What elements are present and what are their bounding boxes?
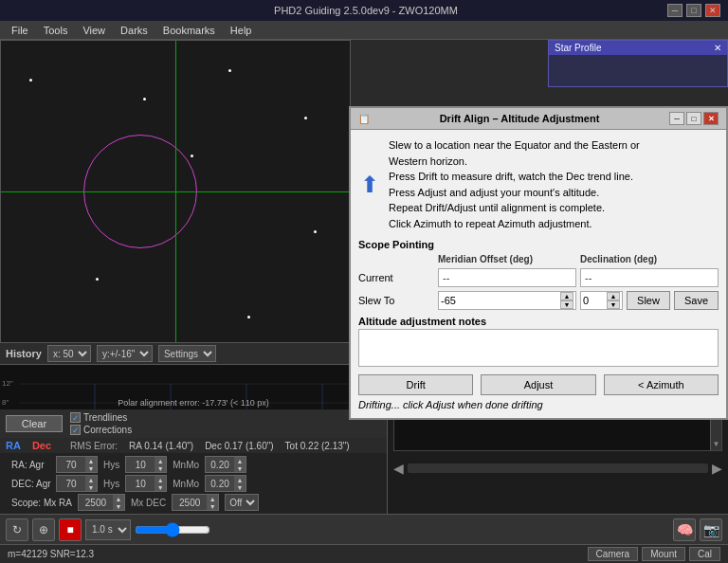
- mx-ra-up[interactable]: ▲: [113, 495, 124, 502]
- ra-agr-spinbox[interactable]: ▲ ▼: [56, 456, 98, 473]
- close-button[interactable]: ✕: [705, 4, 720, 17]
- ra-hys-down[interactable]: ▼: [155, 464, 166, 472]
- dec-mnmo-input[interactable]: [206, 476, 234, 491]
- star-profile-title-text: Star Profile: [555, 43, 601, 53]
- dec-hys-spinbox[interactable]: ▲ ▼: [125, 475, 167, 492]
- slew-dec-spinbtns: ▲ ▼: [607, 292, 620, 309]
- ra-agr-input[interactable]: [57, 457, 85, 472]
- azimuth-button[interactable]: < Azimuth: [604, 374, 719, 395]
- slew-dec-input[interactable]: [581, 292, 607, 309]
- dec-hys-input[interactable]: [126, 476, 155, 491]
- slew-meridian-input[interactable]: [439, 292, 560, 309]
- cal-status-button[interactable]: Cal: [689, 547, 720, 561]
- mx-dec-down[interactable]: ▼: [207, 502, 218, 510]
- camera-status-button[interactable]: Camera: [588, 547, 639, 561]
- arrow-icon: ⬆: [358, 137, 381, 231]
- speed-select[interactable]: 1.0 s: [85, 519, 131, 540]
- drift-align-minimize[interactable]: ─: [669, 112, 684, 125]
- slew-button[interactable]: Slew: [627, 291, 670, 310]
- slew-meridian-down[interactable]: ▼: [560, 300, 573, 309]
- maximize-button[interactable]: □: [686, 4, 701, 17]
- x-axis-select[interactable]: x: 50: [47, 345, 91, 362]
- mx-ra-down[interactable]: ▼: [113, 502, 124, 510]
- ra-agr-down[interactable]: ▼: [85, 464, 97, 472]
- drift-align-maximize[interactable]: □: [686, 112, 701, 125]
- dec-hys-up[interactable]: ▲: [155, 476, 166, 483]
- corrections-checkbox[interactable]: ✓: [70, 425, 81, 435]
- settings-select[interactable]: Settings: [158, 345, 216, 362]
- main-area: Star Profile ✕ 📋 Drift Align – Altitude …: [0, 40, 728, 563]
- dec-agr-up[interactable]: ▲: [85, 476, 97, 483]
- current-meridian-input[interactable]: [438, 268, 576, 287]
- mx-dec-up[interactable]: ▲: [207, 495, 218, 502]
- menu-view[interactable]: View: [75, 23, 113, 38]
- scroll-down-arrow[interactable]: ▼: [713, 440, 720, 448]
- minimize-button[interactable]: ─: [667, 4, 682, 17]
- mx-dec-spinbox[interactable]: ▲ ▼: [172, 494, 219, 511]
- camera-view: [0, 40, 351, 343]
- menu-bar: File Tools View Darks Bookmarks Help: [0, 21, 728, 40]
- dec-hys-down[interactable]: ▼: [155, 483, 166, 491]
- current-declination-input[interactable]: [580, 268, 719, 287]
- trendlines-checkbox[interactable]: ✓: [70, 412, 81, 423]
- corrections-checkbox-row: ✓ Corrections: [70, 425, 132, 435]
- dec-mnmo-spinbox[interactable]: ▲ ▼: [205, 475, 246, 492]
- menu-bookmarks[interactable]: Bookmarks: [155, 23, 223, 38]
- ra-hys-input[interactable]: [126, 457, 155, 472]
- dec-mnmo-down[interactable]: ▼: [234, 483, 246, 491]
- save-button[interactable]: Save: [674, 291, 719, 310]
- menu-darks[interactable]: Darks: [113, 23, 155, 38]
- mx-ra-spinbox[interactable]: ▲ ▼: [78, 494, 125, 511]
- guide-button[interactable]: ⊕: [32, 518, 55, 541]
- adjust-button[interactable]: Adjust: [481, 374, 595, 395]
- mount-status-button[interactable]: Mount: [642, 547, 685, 561]
- ra-label: RA: [6, 440, 21, 451]
- clear-button[interactable]: Clear: [6, 415, 63, 432]
- slew-meridian-up[interactable]: ▲: [560, 292, 573, 300]
- scroll-left-arrow[interactable]: ◀: [393, 461, 404, 476]
- off-select[interactable]: Off: [225, 494, 259, 511]
- loop-button[interactable]: ↻: [6, 518, 28, 541]
- slew-dec-spinbox[interactable]: ▲ ▼: [580, 291, 623, 310]
- exposure-slider[interactable]: [135, 522, 210, 537]
- dec-agr-spinbox[interactable]: ▲ ▼: [56, 475, 98, 492]
- stop-button[interactable]: ■: [59, 518, 82, 541]
- mx-dec-input[interactable]: [173, 495, 207, 510]
- slew-meridian-spinbox[interactable]: ▲ ▼: [438, 291, 576, 310]
- window-title: PHD2 Guiding 2.5.0dev9 - ZWO120MM: [64, 5, 667, 16]
- brain-button[interactable]: 🧠: [673, 518, 696, 541]
- altitude-notes-input[interactable]: [358, 329, 719, 367]
- ra-dec-row: RA Dec RMS Error: RA 0.14 (1.40") Dec 0.…: [0, 438, 387, 453]
- mx-ra-input[interactable]: [79, 495, 113, 510]
- scroll-right-arrow[interactable]: ▶: [712, 461, 722, 476]
- ra-hys-spinbox[interactable]: ▲ ▼: [125, 456, 167, 473]
- slew-dec-up[interactable]: ▲: [607, 292, 620, 300]
- star-profile-close[interactable]: ✕: [714, 43, 721, 53]
- ra-agr-up[interactable]: ▲: [85, 457, 97, 464]
- rms-title: RMS Error:: [70, 441, 118, 451]
- ra-hys-up[interactable]: ▲: [155, 457, 166, 464]
- ra-mnmo-spinbox[interactable]: ▲ ▼: [205, 456, 246, 473]
- dec-mnmo-up[interactable]: ▲: [234, 476, 246, 483]
- camera-settings-button[interactable]: 📷: [700, 518, 722, 541]
- dec-guide-row: DEC: Agr ▲ ▼ Hys ▲ ▼: [6, 474, 381, 493]
- y-axis-select[interactable]: y:+/-16": [97, 345, 153, 362]
- menu-help[interactable]: Help: [223, 23, 260, 38]
- scope-pointing-title: Scope Pointing: [358, 239, 719, 250]
- ra-mnmo-input[interactable]: [206, 457, 234, 472]
- drift-button[interactable]: Drift: [358, 374, 473, 395]
- dec-agr-down[interactable]: ▼: [85, 483, 97, 491]
- menu-tools[interactable]: Tools: [36, 23, 76, 38]
- history-controls-bottom: Clear ✓ Trendlines ✓ Corrections: [0, 409, 387, 438]
- ra-mnmo-down[interactable]: ▼: [234, 464, 246, 472]
- horizontal-scrollbar[interactable]: [408, 463, 708, 473]
- menu-file[interactable]: File: [4, 23, 36, 38]
- status-right: Camera Mount Cal: [588, 547, 720, 561]
- slew-dec-down[interactable]: ▼: [607, 300, 620, 309]
- history-header: History x: 50 y:+/-16" Settings: [0, 343, 387, 365]
- star-profile-panel: Star Profile ✕: [548, 40, 728, 87]
- ra-mnmo-up[interactable]: ▲: [234, 457, 246, 464]
- drift-align-close[interactable]: ✕: [703, 112, 719, 125]
- dec-agr-input[interactable]: [57, 476, 85, 491]
- status-left: m=42129 SNR=12.3: [8, 549, 94, 559]
